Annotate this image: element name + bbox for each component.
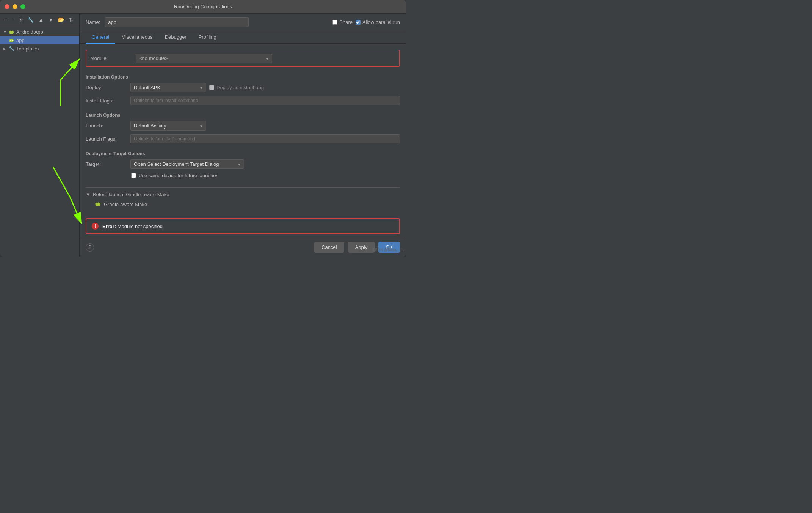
- share-checkbox[interactable]: [332, 20, 337, 25]
- svg-point-17: [97, 204, 97, 205]
- name-input[interactable]: [105, 17, 249, 27]
- apply-button[interactable]: Apply: [348, 242, 375, 253]
- error-icon-symbol: !: [94, 223, 96, 229]
- deployment-target-section: Deployment Target Options Target: Open S…: [86, 149, 400, 178]
- launch-flags-label: Launch Flags:: [86, 136, 127, 142]
- deploy-instant-text: Deploy as instant app: [216, 85, 264, 90]
- add-config-button[interactable]: +: [3, 16, 9, 24]
- tab-profiling[interactable]: Profiling: [193, 31, 223, 44]
- deploy-instant-checkbox[interactable]: [209, 85, 214, 90]
- sidebar-toolbar: + − ⎘ 🔧 ▲ ▼ 📂 ⇅: [0, 14, 79, 26]
- module-dropdown[interactable]: <no module>: [136, 54, 272, 63]
- svg-rect-16: [100, 203, 100, 205]
- launch-dropdown-wrap: Default Activity Specified Activity Noth…: [130, 121, 206, 131]
- deploy-dropdown[interactable]: Default APK APK from app bundle Nothing: [130, 83, 206, 92]
- tabs-bar: General Miscellaneous Debugger Profiling: [80, 31, 406, 44]
- gradle-aware-item: Gradle-aware Make: [92, 200, 400, 209]
- deploy-label: Deploy:: [86, 85, 127, 90]
- deploy-instant-label[interactable]: Deploy as instant app: [209, 85, 264, 90]
- help-symbol: ?: [88, 244, 91, 250]
- close-button[interactable]: [5, 4, 9, 9]
- svg-rect-0: [9, 31, 13, 34]
- before-launch-section: ▼ Before launch: Gradle-aware Make: [86, 187, 400, 209]
- tab-miscellaneous[interactable]: Miscellaneous: [115, 31, 158, 44]
- svg-rect-15: [96, 203, 96, 205]
- share-area: Share Allow parallel run: [332, 19, 400, 25]
- maximize-button[interactable]: [20, 4, 25, 9]
- deploy-dropdown-wrap: Default APK APK from app bundle Nothing …: [130, 83, 206, 92]
- bottom-bar: ? Cancel Apply OK: [80, 238, 406, 256]
- gradle-icon: [95, 201, 101, 208]
- deployment-target-form: Target: Open Select Deployment Target Di…: [86, 159, 400, 178]
- share-label: Share: [339, 19, 353, 25]
- watermark: CSDN @Modu_Liu: [372, 248, 404, 252]
- sidebar: + − ⎘ 🔧 ▲ ▼ 📂 ⇅ ▼: [0, 14, 80, 256]
- error-text: Error: Module not specified: [102, 223, 163, 229]
- expand-arrow: ▼: [3, 30, 8, 34]
- tab-debugger[interactable]: Debugger: [159, 31, 193, 44]
- help-button[interactable]: ?: [86, 243, 94, 252]
- installation-options-header: Installation Options: [86, 74, 400, 80]
- app-run-icon: [8, 37, 14, 43]
- wrench-button[interactable]: 🔧: [26, 16, 35, 24]
- target-row: Target: Open Select Deployment Target Di…: [86, 159, 400, 169]
- move-down-button[interactable]: ▼: [47, 16, 55, 24]
- remove-config-button[interactable]: −: [11, 16, 17, 24]
- sidebar-item-app[interactable]: app: [0, 36, 79, 44]
- window-title: Run/Debug Configurations: [174, 4, 232, 9]
- target-dropdown[interactable]: Open Select Deployment Target Dialog USB…: [130, 159, 244, 169]
- move-up-button[interactable]: ▲: [37, 16, 45, 24]
- allow-parallel-checkbox[interactable]: [356, 20, 361, 25]
- folder-button[interactable]: 📂: [56, 16, 66, 24]
- templates-label: Templates: [16, 46, 39, 52]
- use-same-device-checkbox[interactable]: [131, 173, 136, 178]
- share-checkbox-label[interactable]: Share: [332, 19, 353, 25]
- install-flags-input[interactable]: [130, 96, 400, 105]
- config-header: Name: Share Allow parallel run: [80, 14, 406, 31]
- installation-form: Deploy: Default APK APK from app bundle …: [86, 83, 400, 105]
- allow-parallel-label[interactable]: Allow parallel run: [356, 19, 400, 25]
- use-same-device-label: Use same device for future launches: [138, 173, 218, 178]
- launch-flags-input[interactable]: [130, 134, 400, 143]
- install-flags-row: Install Flags:: [86, 96, 400, 105]
- sidebar-item-android-app[interactable]: ▼ Android App: [0, 28, 79, 36]
- before-launch-arrow: ▼: [86, 192, 91, 197]
- error-message: Module not specified: [118, 223, 163, 229]
- right-panel: Name: Share Allow parallel run General M…: [80, 14, 406, 256]
- sidebar-tree: ▼ Android App: [0, 26, 79, 256]
- launch-form: Launch: Default Activity Specified Activ…: [86, 121, 400, 143]
- deployment-target-header: Deployment Target Options: [86, 151, 400, 156]
- svg-rect-2: [13, 31, 14, 33]
- launch-options-section: Launch Options Launch: Default Activity …: [86, 111, 400, 143]
- title-bar: Run/Debug Configurations: [0, 0, 406, 14]
- tab-general[interactable]: General: [86, 31, 115, 44]
- main-window: Run/Debug Configurations + − ⎘ 🔧 ▲ ▼ 📂 ⇅…: [0, 0, 406, 256]
- minimize-button[interactable]: [13, 4, 17, 9]
- collapsed-arrow: ▶: [3, 47, 8, 51]
- module-row: Module: <no module> ▼: [86, 50, 400, 67]
- svg-rect-14: [96, 203, 100, 206]
- templates-icon: 🔧: [8, 46, 14, 52]
- launch-label: Launch:: [86, 123, 127, 129]
- svg-rect-1: [9, 31, 10, 33]
- install-flags-label: Install Flags:: [86, 98, 127, 104]
- sidebar-item-templates[interactable]: ▶ 🔧 Templates: [0, 44, 79, 53]
- name-field-label: Name:: [86, 19, 100, 25]
- svg-point-18: [99, 204, 99, 205]
- error-icon: !: [92, 223, 99, 230]
- panel-content: Module: <no module> ▼ Installation Optio…: [80, 44, 406, 238]
- main-content: + − ⎘ 🔧 ▲ ▼ 📂 ⇅ ▼: [0, 14, 406, 256]
- svg-rect-8: [9, 40, 10, 41]
- error-bold: Error:: [102, 223, 116, 229]
- launch-dropdown[interactable]: Default Activity Specified Activity Noth…: [130, 121, 206, 131]
- svg-point-10: [10, 40, 11, 41]
- copy-config-button[interactable]: ⎘: [18, 16, 24, 24]
- sort-button[interactable]: ⇅: [67, 16, 75, 24]
- cancel-button[interactable]: Cancel: [314, 242, 344, 253]
- svg-rect-7: [9, 39, 13, 42]
- svg-point-3: [10, 32, 11, 33]
- gradle-aware-label: Gradle-aware Make: [104, 201, 147, 207]
- launch-flags-row: Launch Flags:: [86, 134, 400, 143]
- svg-rect-9: [13, 40, 14, 41]
- svg-point-4: [12, 32, 13, 33]
